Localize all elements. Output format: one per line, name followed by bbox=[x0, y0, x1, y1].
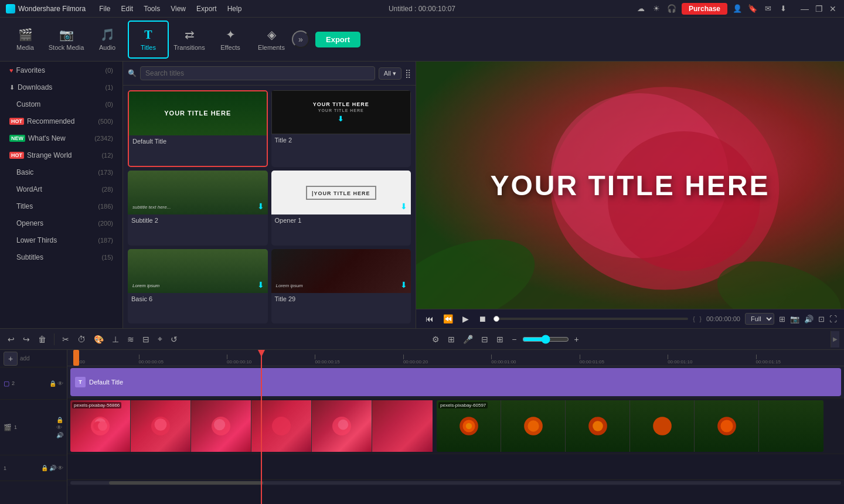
split-button[interactable]: ⊥ bbox=[109, 333, 122, 346]
tool-effects[interactable]: ✦ Effects bbox=[210, 21, 251, 59]
purchase-button[interactable]: Purchase bbox=[682, 3, 727, 15]
tool-transitions[interactable]: ⇄ Transitions bbox=[169, 21, 210, 59]
download-icon[interactable]: ⬇ bbox=[778, 4, 788, 14]
headset-icon[interactable]: 🎧 bbox=[666, 4, 677, 14]
video-clip-roses[interactable]: pexels-pixabay-56866 bbox=[70, 400, 434, 452]
basic6-download-icon[interactable]: ⬇ bbox=[257, 280, 264, 290]
brightness-icon[interactable]: ☀ bbox=[651, 4, 662, 14]
account-icon[interactable]: 👤 bbox=[732, 4, 743, 14]
opener1-download-icon[interactable]: ⬇ bbox=[400, 202, 407, 211]
add-track-button[interactable]: + bbox=[4, 352, 18, 366]
tool-stock-media[interactable]: 📷 Stock Media bbox=[46, 21, 87, 59]
tool-audio[interactable]: 🎵 Audio bbox=[87, 21, 128, 59]
title-card-default-title[interactable]: YOUR TITLE HERE Default Title bbox=[128, 90, 268, 167]
menu-view[interactable]: View bbox=[166, 4, 190, 14]
bottom-scrollbar[interactable] bbox=[67, 480, 844, 486]
menu-tools[interactable]: Tools bbox=[139, 4, 165, 14]
sidebar-item-titles[interactable]: Titles (186) bbox=[2, 198, 120, 214]
sidebar-item-custom[interactable]: Custom (0) bbox=[2, 96, 120, 113]
sidebar-item-openers[interactable]: Openers (200) bbox=[2, 215, 120, 231]
visibility-icon-video[interactable]: 👁 bbox=[56, 424, 63, 431]
sidebar-item-lowerthirds[interactable]: Lower Thirds (187) bbox=[2, 232, 120, 248]
audio-button[interactable]: ≋ bbox=[124, 333, 137, 346]
maximize-button[interactable]: ❐ bbox=[814, 4, 825, 13]
zoom-slider[interactable] bbox=[522, 335, 569, 344]
stop-button[interactable]: ⏹ bbox=[476, 313, 489, 325]
timeline-cursor[interactable] bbox=[261, 350, 262, 504]
sidebar-item-whatsnew[interactable]: NEW What's New (2342) bbox=[2, 130, 120, 147]
menu-edit[interactable]: Edit bbox=[117, 4, 138, 14]
sidebar-item-subtitles[interactable]: Subtitles (15) bbox=[2, 249, 120, 265]
lock-icon-extra[interactable]: 🔒 bbox=[41, 465, 48, 471]
zoom-in-icon[interactable]: + bbox=[571, 333, 582, 346]
fit-screen-icon[interactable]: ⊞ bbox=[779, 315, 785, 323]
delete-button[interactable]: 🗑 bbox=[35, 333, 49, 346]
sidebar-item-recommended[interactable]: HOT Recommended (500) bbox=[2, 113, 120, 130]
volume-icon-video[interactable]: 🔊 bbox=[56, 432, 63, 438]
insert-icon[interactable]: ⊞ bbox=[494, 333, 506, 346]
step-back-button[interactable]: ⏪ bbox=[441, 313, 455, 325]
sidebar-item-wordart[interactable]: WordArt (28) bbox=[2, 181, 120, 197]
toolbar-expand-button[interactable]: » bbox=[292, 30, 309, 48]
title-card-basic6[interactable]: Lorem ipsum ⬇ Basic 6 bbox=[128, 249, 268, 323]
menu-export[interactable]: Export bbox=[192, 4, 222, 14]
preview-controls: ⏮ ⏪ ▶ ⏹ { } 00:00:00:00 Full 1/2 1/4 ⊞ 📷… bbox=[416, 309, 844, 328]
lock-icon-video[interactable]: 🔒 bbox=[56, 417, 63, 423]
ai-button[interactable]: ⌖ bbox=[155, 332, 165, 346]
title-clip[interactable]: T Default Title bbox=[70, 368, 841, 396]
sidebar-item-strangeworld[interactable]: HOT Strange World (12) bbox=[2, 147, 120, 164]
lock-icon-title[interactable]: 🔒 bbox=[49, 380, 56, 387]
color-correction-button[interactable]: 🎨 bbox=[91, 333, 107, 346]
volume-icon-extra[interactable]: 🔊 bbox=[49, 465, 56, 471]
preview-progress-bar[interactable] bbox=[494, 318, 688, 320]
menu-file[interactable]: File bbox=[94, 4, 115, 14]
title-card-subtitle2[interactable]: subtitle text here... ⬇ Subtitle 2 bbox=[128, 171, 268, 245]
speed-button[interactable]: ⏱ bbox=[74, 333, 89, 346]
crop-button[interactable]: ⊟ bbox=[139, 333, 152, 346]
fullscreen-icon[interactable]: ⛶ bbox=[829, 315, 837, 323]
redo-button[interactable]: ↪ bbox=[20, 333, 33, 346]
title2-download-icon[interactable]: ⬇ bbox=[338, 115, 344, 123]
search-input[interactable] bbox=[140, 66, 375, 80]
tool-titles[interactable]: T Titles bbox=[128, 21, 169, 59]
subtitle2-download-icon[interactable]: ⬇ bbox=[257, 202, 264, 211]
grid-toggle-icon[interactable]: ⣿ bbox=[405, 69, 411, 78]
title-card-title2[interactable]: YOUR TITLE HERE YOUR TITLE HERE ⬇ Title … bbox=[271, 90, 411, 167]
zoom-out-icon[interactable]: − bbox=[509, 333, 519, 346]
title-card-title29[interactable]: Lorem ipsum ⬇ Title 29 bbox=[271, 249, 411, 323]
video-clip-dahlias[interactable]: pexels-pixabay-60597 bbox=[437, 400, 823, 452]
title29-download-icon[interactable]: ⬇ bbox=[400, 280, 407, 290]
layout-icon[interactable]: ⊡ bbox=[818, 315, 825, 323]
visibility-icon-extra[interactable]: 👁 bbox=[57, 465, 63, 471]
filter-button[interactable]: All ▾ bbox=[379, 67, 401, 80]
title-card-opener1[interactable]: |YOUR TITLE HERE ⬇ Opener 1 bbox=[271, 171, 411, 245]
cloud-icon[interactable]: ☁ bbox=[636, 4, 646, 14]
scrollbar-thumb[interactable] bbox=[109, 481, 263, 485]
mail-icon[interactable]: ✉ bbox=[763, 4, 773, 14]
sidebar-item-basic[interactable]: Basic (173) bbox=[2, 164, 120, 181]
play-button[interactable]: ▶ bbox=[460, 313, 471, 325]
sidebar-item-downloads[interactable]: ⬇ Downloads (1) bbox=[2, 79, 120, 96]
skip-back-button[interactable]: ⏮ bbox=[423, 313, 436, 325]
volume-icon[interactable]: 🔊 bbox=[804, 315, 814, 323]
mic-icon[interactable]: 🎤 bbox=[460, 333, 476, 346]
settings-icon[interactable]: ⚙ bbox=[429, 333, 443, 346]
tool-media[interactable]: 🎬 Media bbox=[5, 21, 46, 59]
reverse-button[interactable]: ↺ bbox=[168, 333, 181, 346]
cut-button[interactable]: ✂ bbox=[59, 333, 72, 346]
track-select-icon[interactable]: ⊞ bbox=[445, 333, 458, 346]
progress-handle[interactable] bbox=[494, 316, 499, 322]
undo-button[interactable]: ↩ bbox=[5, 333, 18, 346]
close-button[interactable]: ✕ bbox=[828, 4, 838, 13]
quality-select[interactable]: Full 1/2 1/4 bbox=[745, 313, 774, 325]
tool-elements[interactable]: ◈ Elements bbox=[251, 21, 292, 59]
minimize-button[interactable]: — bbox=[799, 4, 811, 13]
export-button[interactable]: Export bbox=[315, 32, 360, 47]
timeline-handle[interactable]: ▶ bbox=[831, 331, 839, 348]
align-icon[interactable]: ⊟ bbox=[478, 333, 491, 346]
snapshot-icon[interactable]: 📷 bbox=[790, 315, 799, 323]
bookmark-icon[interactable]: 🔖 bbox=[747, 4, 758, 14]
sidebar-item-favorites[interactable]: ♥ Favorites (0) bbox=[2, 62, 120, 79]
menu-help[interactable]: Help bbox=[223, 4, 247, 14]
visibility-icon-title[interactable]: 👁 bbox=[57, 380, 63, 387]
